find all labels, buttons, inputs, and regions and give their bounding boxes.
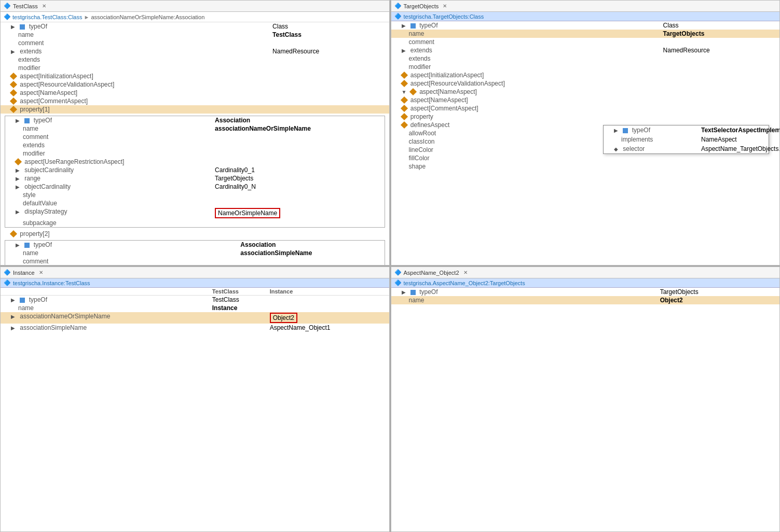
table-row[interactable]: ▶ objectCardinality Cardinality0_N (5, 183, 385, 191)
table-row[interactable]: ▶ typeOf Class (1, 22, 389, 31)
expand-icon[interactable]: ▶ (11, 314, 17, 320)
cell-value (661, 113, 779, 121)
cell-value: Association (238, 241, 384, 249)
table-row[interactable]: ▶ typeOf Association (5, 116, 385, 124)
popup-row-typeof[interactable]: ▶ typeOf TextSelectorAspectImplementatio… (604, 125, 779, 135)
expand-icon[interactable]: ▶ (16, 118, 22, 124)
close-testclass-button[interactable]: ✕ (42, 3, 46, 9)
table-row[interactable]: property (391, 113, 780, 121)
cell-value (661, 154, 779, 162)
table-row[interactable]: modifier (5, 149, 385, 158)
property1-row[interactable]: property[1] (1, 105, 389, 114)
expand-icon[interactable]: ◆ (614, 146, 620, 152)
expand-icon[interactable]: ▶ (16, 167, 22, 174)
expand-icon[interactable]: ▶ (11, 24, 17, 30)
table-row[interactable]: extends (1, 55, 389, 64)
cell-value (661, 162, 779, 171)
breadcrumb-link-testclass[interactable]: testgrischa.TestClass:Class (12, 14, 83, 20)
table-row[interactable]: name TestClass (1, 31, 389, 39)
table-row[interactable]: name Instance (1, 304, 389, 312)
breadcrumb-link-aspectname[interactable]: testgrischa.AspectName_Object2:TargetObj… (404, 280, 525, 286)
cell-value (213, 219, 384, 227)
table-row[interactable]: aspect[NameAspect] (391, 96, 780, 104)
expand-icon[interactable]: ▶ (11, 325, 17, 331)
cell-value (238, 257, 384, 265)
close-targetobjects-button[interactable]: ✕ (443, 3, 447, 9)
breadcrumb-link-instance[interactable]: testgrischa.Instance:TestClass (13, 280, 90, 286)
popup-row-selector[interactable]: ◆ selector AspectName_TargetObjects.name (604, 144, 779, 153)
tab-testclass[interactable]: 🔷 TestClass ✕ (1, 1, 389, 12)
cell-value: Object2 (658, 296, 779, 304)
diamond-icon (400, 121, 407, 129)
table-row[interactable]: fillColor (391, 154, 780, 162)
table-row[interactable]: modifier (1, 64, 389, 72)
table-row[interactable]: name associationSimpleName (5, 249, 385, 257)
table-row[interactable]: comment (391, 38, 780, 46)
table-row[interactable]: ▶ typeOf TestClass (1, 296, 389, 304)
table-row[interactable]: ▶ subjectCardinality Cardinality0_1 (5, 166, 385, 174)
table-row[interactable]: aspect[CommentAspect] (391, 104, 780, 113)
expand-icon[interactable]: ▶ (16, 209, 22, 215)
table-row[interactable]: style (5, 191, 385, 199)
panel-testclass: 🔷 TestClass ✕ 🔷 testgrischa.TestClass:Cl… (0, 0, 390, 265)
table-row[interactable]: aspect[CommentAspect] (1, 97, 389, 105)
cell-value: NameOrSimpleName (213, 207, 384, 219)
table-row[interactable]: ▼ aspect[NameAspect] (391, 88, 780, 96)
table-row[interactable]: extends (391, 54, 780, 63)
diamond-icon (10, 97, 17, 105)
table-row[interactable]: aspect[ResourceValidationAspect] (1, 80, 389, 89)
table-row[interactable]: ▶ displayStrategy NameOrSimpleName (5, 207, 385, 219)
breadcrumb-instance: 🔷 testgrischa.Instance:TestClass (1, 278, 389, 288)
breadcrumb-assoc: associationNameOrSimpleName:Association (91, 14, 204, 20)
table-row[interactable]: ▶ extends NamedResource (1, 47, 389, 55)
table-row[interactable]: aspect[ResourceValidationAspect] (391, 79, 780, 88)
table-row[interactable]: defaultValue (5, 199, 385, 207)
table-row[interactable]: ▶ typeOf Association (5, 241, 385, 249)
tab-instance[interactable]: 🔷 Instance ✕ (1, 267, 389, 278)
breadcrumb-link-targetobjects[interactable]: testgrischa.TargetObjects:Class (404, 13, 484, 20)
close-instance-button[interactable]: ✕ (39, 270, 43, 275)
cell-value (661, 38, 779, 46)
popup-row-implements[interactable]: implements NameAspect (604, 135, 779, 144)
table-row[interactable]: subpackage (5, 219, 385, 227)
cell-value: AspectName_Object1 (268, 324, 389, 332)
table-row[interactable]: shape (391, 162, 780, 171)
aspectname-content: ▶ typeOf TargetObjects name Object2 (391, 288, 780, 531)
table-row[interactable]: modifier (391, 63, 780, 71)
tab-aspectname-object2[interactable]: 🔷 AspectName_Object2 ✕ (391, 267, 780, 278)
table-row-assoc[interactable]: ▶ associationNameOrSimpleName Object2 (1, 312, 389, 324)
expand-icon[interactable]: ▶ (16, 184, 22, 190)
expand-icon[interactable]: ▶ (402, 23, 408, 29)
table-row[interactable]: comment (1, 39, 389, 47)
expand-icon[interactable]: ▼ (402, 89, 408, 95)
table-row[interactable]: comment (5, 133, 385, 141)
tab-targetobjects[interactable]: 🔷 TargetObjects ✕ (391, 1, 780, 12)
expand-icon[interactable]: ▶ (11, 297, 17, 303)
expand-icon[interactable]: ▶ (402, 289, 408, 296)
table-row-name[interactable]: name Object2 (391, 296, 780, 304)
table-row[interactable]: aspect[InitializationAspect] (391, 71, 780, 79)
table-row[interactable]: ▶ extends NamedResource (391, 46, 780, 54)
cell-value (270, 97, 389, 105)
table-row[interactable]: ▶ typeOf Class (391, 21, 780, 30)
cell-value (213, 191, 384, 199)
table-row[interactable]: extends (5, 141, 385, 149)
expand-icon[interactable]: ▶ (16, 242, 22, 248)
table-row[interactable]: comment (5, 257, 385, 265)
table-row[interactable]: ▶ range TargetObjects (5, 174, 385, 183)
table-row[interactable]: aspect[InitializationAspect] (1, 72, 389, 80)
table-row-name[interactable]: name TargetObjects (391, 30, 780, 38)
expand-icon[interactable]: ▶ (402, 48, 408, 54)
table-row[interactable]: property[2] (1, 230, 389, 238)
subpanel1-table: ▶ typeOf Association name associationNam… (5, 116, 385, 227)
table-row[interactable]: name associationNameOrSimpleName (5, 124, 385, 133)
table-row[interactable]: aspect[UseRangeRestrictionAspect] (5, 158, 385, 166)
cell-value (213, 141, 384, 149)
expand-icon[interactable]: ▶ (11, 49, 17, 55)
expand-icon[interactable]: ▶ (614, 128, 620, 134)
table-row[interactable]: ▶ associationSimpleName AspectName_Objec… (1, 324, 389, 332)
table-row[interactable]: ▶ typeOf TargetObjects (391, 288, 780, 296)
expand-icon[interactable]: ▶ (16, 176, 22, 182)
table-row[interactable]: aspect[NameAspect] (1, 89, 389, 97)
close-aspectname-button[interactable]: ✕ (463, 270, 468, 275)
